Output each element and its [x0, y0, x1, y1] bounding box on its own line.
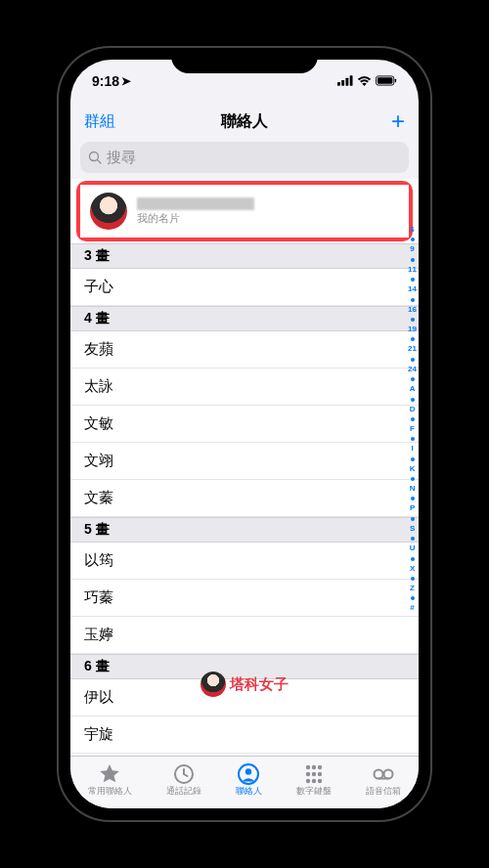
svg-point-19	[312, 778, 316, 782]
clock-icon	[172, 764, 196, 784]
my-card-subtitle: 我的名片	[137, 211, 254, 226]
svg-point-14	[318, 764, 322, 768]
tab-label: 聯絡人	[236, 785, 262, 798]
index-char[interactable]: 11	[408, 264, 417, 276]
index-char[interactable]: 6	[410, 224, 414, 236]
svg-rect-6	[395, 79, 396, 83]
tab-voicemail[interactable]: 語音信箱	[366, 764, 401, 798]
index-char[interactable]: U	[410, 542, 416, 554]
avatar	[90, 193, 127, 230]
tab-star[interactable]: 常用聯絡人	[88, 764, 132, 798]
person-icon	[237, 764, 260, 784]
index-dot[interactable]	[411, 238, 415, 241]
index-char[interactable]: 21	[408, 343, 417, 355]
index-char[interactable]: X	[410, 563, 415, 575]
index-dot[interactable]	[411, 596, 415, 600]
tab-label: 通話記錄	[166, 785, 201, 798]
svg-point-12	[306, 764, 310, 768]
svg-point-17	[318, 771, 322, 775]
section-header: 4 畫	[70, 306, 419, 331]
index-dot[interactable]	[411, 517, 415, 521]
index-dot[interactable]	[411, 337, 415, 341]
index-char[interactable]: A	[410, 383, 416, 395]
index-dot[interactable]	[411, 298, 415, 302]
index-bar[interactable]: 69111416192124ADFIKNPSUXZ#	[408, 224, 417, 615]
index-char[interactable]: P	[410, 502, 415, 514]
watermark-icon	[200, 672, 226, 697]
index-dot[interactable]	[411, 358, 415, 362]
tab-label: 常用聯絡人	[88, 785, 132, 798]
watermark-text: 塔科女子	[230, 675, 289, 694]
tab-clock[interactable]: 通話記錄	[166, 764, 201, 798]
index-dot[interactable]	[411, 398, 415, 402]
page-title: 聯絡人	[221, 111, 268, 132]
index-char[interactable]: 24	[408, 364, 417, 375]
contact-row[interactable]: 玉嬣	[70, 617, 419, 654]
groups-button[interactable]: 群組	[84, 111, 115, 132]
watermark: 塔科女子	[200, 672, 289, 697]
index-char[interactable]: S	[410, 523, 415, 535]
index-dot[interactable]	[411, 457, 415, 461]
index-char[interactable]: 14	[408, 283, 417, 295]
index-char[interactable]: 16	[408, 304, 417, 316]
index-char[interactable]: D	[410, 404, 416, 415]
index-char[interactable]: N	[410, 483, 416, 495]
highlight-annotation: 我的名片	[76, 181, 413, 241]
notch	[171, 48, 318, 73]
svg-point-16	[312, 771, 316, 775]
add-button[interactable]: +	[391, 108, 405, 135]
contact-row[interactable]: 以筠	[70, 542, 419, 580]
battery-icon	[376, 73, 397, 89]
search-placeholder: 搜尋	[107, 149, 136, 167]
index-dot[interactable]	[411, 417, 415, 421]
contact-row[interactable]: 文敏	[70, 406, 419, 443]
contacts-list[interactable]: 我的名片 3 畫子心4 畫友蘋太詠文敏文翊文蓁5 畫以筠巧蓁玉嬣6 畫伊以宇旋 …	[70, 179, 419, 756]
index-dot[interactable]	[411, 278, 415, 282]
status-time: 9:18	[92, 73, 119, 89]
section-header: 3 畫	[70, 243, 419, 269]
star-icon	[98, 764, 121, 784]
contact-row[interactable]: 太詠	[70, 369, 419, 406]
index-char[interactable]: 19	[408, 324, 417, 335]
svg-point-13	[312, 764, 316, 768]
svg-line-8	[98, 160, 102, 164]
index-char[interactable]: Z	[410, 583, 415, 594]
index-dot[interactable]	[411, 577, 415, 581]
tab-label: 語音信箱	[366, 785, 401, 798]
svg-point-11	[245, 768, 251, 774]
tab-keypad[interactable]: 數字鍵盤	[296, 764, 332, 798]
svg-rect-1	[341, 80, 344, 86]
index-char[interactable]: I	[411, 443, 413, 455]
svg-rect-5	[378, 77, 393, 83]
svg-point-15	[306, 771, 310, 775]
index-dot[interactable]	[411, 497, 415, 500]
contact-row[interactable]: 子心	[70, 269, 419, 306]
nav-bar: 群組 聯絡人 +	[70, 103, 419, 140]
contact-row[interactable]: 文翊	[70, 443, 419, 480]
svg-rect-0	[337, 82, 340, 86]
phone-frame: 9:18 ➤ 群組 聯絡人 + 搜尋	[59, 48, 430, 820]
index-dot[interactable]	[411, 437, 415, 441]
tab-person[interactable]: 聯絡人	[236, 764, 262, 798]
index-dot[interactable]	[411, 557, 415, 561]
index-dot[interactable]	[411, 477, 415, 481]
index-char[interactable]: 9	[410, 243, 414, 255]
contact-row[interactable]: 宇旋	[70, 716, 419, 754]
contact-row[interactable]: 巧蓁	[70, 580, 419, 617]
index-char[interactable]: #	[410, 602, 414, 614]
contact-row[interactable]: 文蓁	[70, 480, 419, 517]
index-dot[interactable]	[411, 537, 415, 541]
keypad-icon	[302, 764, 326, 784]
section-header: 5 畫	[70, 517, 419, 542]
index-dot[interactable]	[411, 377, 415, 381]
svg-point-22	[384, 769, 393, 778]
search-input[interactable]: 搜尋	[80, 142, 409, 173]
svg-rect-2	[345, 78, 348, 86]
index-char[interactable]: F	[410, 423, 415, 435]
contact-row[interactable]: 友蘋	[70, 331, 419, 369]
index-dot[interactable]	[411, 258, 415, 262]
my-card[interactable]: 我的名片	[80, 185, 409, 238]
index-dot[interactable]	[411, 318, 415, 322]
screen: 9:18 ➤ 群組 聯絡人 + 搜尋	[70, 60, 419, 808]
index-char[interactable]: K	[410, 463, 416, 475]
